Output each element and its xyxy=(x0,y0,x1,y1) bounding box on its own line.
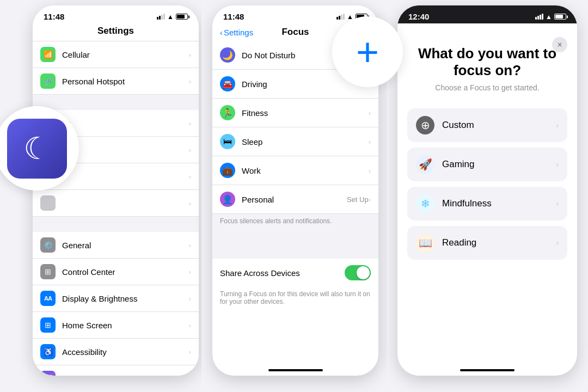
focus-item-fitness[interactable]: 🏃 Fitness › xyxy=(212,99,378,127)
share-row: Share Across Devices xyxy=(212,259,378,287)
focus-section-gap xyxy=(212,228,378,243)
chooser-status-icons: ▲ xyxy=(535,13,566,21)
personal-arrow: › xyxy=(369,195,371,204)
settings-status-bar: 11:48 ▲ xyxy=(33,5,199,23)
reading-label: Reading xyxy=(442,237,556,248)
settings-item-hotspot[interactable]: 🔗 Personal Hotspot › xyxy=(33,68,199,95)
ns-label: ns xyxy=(62,119,189,128)
chooser-battery xyxy=(554,14,566,20)
fitness-label: Fitness xyxy=(242,108,369,118)
focus-item-sleep[interactable]: 🛏 Sleep › xyxy=(212,127,378,156)
focus-subtitle: Choose a Focus to get started. xyxy=(411,83,564,92)
settings-item-control-center[interactable]: ⊞ Control Center › xyxy=(33,259,199,285)
focus-icon-bg: ☾ xyxy=(7,119,67,179)
settings-item-wallpaper[interactable]: 🖼 Wallpaper › xyxy=(33,365,199,376)
display-icon: AA xyxy=(40,291,56,306)
hotspot-icon: 🔗 xyxy=(40,74,56,89)
mindfulness-arrow: › xyxy=(556,199,559,208)
signal-bars xyxy=(157,14,165,20)
chooser-signal-bars xyxy=(535,14,543,20)
battery-icon xyxy=(176,14,188,20)
home-indicator-2 xyxy=(268,369,323,371)
focus-item-work[interactable]: 💼 Work › xyxy=(212,156,378,185)
focus-item-personal[interactable]: 👤 Personal Set Up › xyxy=(212,185,378,214)
chooser-status-bar: 12:40 ▲ xyxy=(397,5,577,23)
mindfulness-icon-symbol: ❄ xyxy=(421,197,430,210)
signal-bar-2 xyxy=(159,16,161,20)
focus-time: 11:48 xyxy=(223,12,244,21)
settings-item-display[interactable]: AA Display & Brightness › xyxy=(33,285,199,312)
hotspot-arrow: › xyxy=(189,77,191,85)
otics-label: otics xyxy=(62,145,189,155)
settings-item-accessibility[interactable]: ♿ Accessibility › xyxy=(33,339,199,365)
option-reading[interactable]: 📖 Reading › xyxy=(407,226,567,260)
share-label: Share Across Devices xyxy=(220,268,345,278)
settings-panel: 11:48 ▲ Settings 📶 Cellular xyxy=(0,0,207,392)
sleep-icon: 🛏 xyxy=(220,134,235,149)
focus-panel: 11:48 ▲ ‹ Settings Focus xyxy=(201,0,387,392)
focus-nav-title: Focus xyxy=(281,27,309,38)
focus-bar-4 xyxy=(343,14,345,20)
signal-bar-3 xyxy=(161,15,163,20)
section-gap-1 xyxy=(33,95,199,110)
mindfulness-icon: ❄ xyxy=(416,194,434,213)
share-toggle[interactable] xyxy=(345,265,371,280)
section-gap-2 xyxy=(33,217,199,232)
blank2-icon xyxy=(40,195,56,211)
close-icon: × xyxy=(558,40,562,49)
custom-label: Custom xyxy=(442,120,556,131)
settings-time: 11:48 xyxy=(44,12,64,21)
accessibility-label: Accessibility xyxy=(62,347,189,357)
chooser-bar-4 xyxy=(542,14,543,20)
chooser-wifi-icon: ▲ xyxy=(546,13,552,21)
toggle-knob xyxy=(357,266,370,279)
home-screen-icon: ⊞ xyxy=(40,317,56,333)
dnd-icon: 🌙 xyxy=(220,47,235,63)
focus-bar-1 xyxy=(336,17,338,20)
personal-icon: 👤 xyxy=(220,192,235,207)
settings-item-blank2[interactable]: › xyxy=(33,190,199,217)
settings-status-icons: ▲ xyxy=(157,13,188,21)
driving-icon: 🚘 xyxy=(220,76,235,91)
add-focus-button[interactable]: + xyxy=(332,16,403,87)
home-screen-label: Home Screen xyxy=(62,321,189,330)
personal-label: Personal xyxy=(242,195,347,204)
option-gaming[interactable]: 🚀 Gaming › xyxy=(407,148,567,181)
focus-note: Focus silences alerts and notifications. xyxy=(212,214,378,228)
control-center-icon: ⊞ xyxy=(40,264,56,279)
chooser-time: 12:40 xyxy=(408,12,429,21)
settings-item-cellular[interactable]: 📶 Cellular › xyxy=(33,41,199,68)
focus-bar-2 xyxy=(339,16,340,20)
wallpaper-icon: 🖼 xyxy=(40,371,56,376)
cellular-label: Cellular xyxy=(62,50,189,59)
focus-chooser-panel: 12:40 ▲ × What do you want to focus on? xyxy=(387,0,588,392)
signal-bar-1 xyxy=(157,17,158,20)
share-section: Share Across Devices Turning a Focus on … xyxy=(212,259,378,313)
settings-item-general[interactable]: ⚙️ General › xyxy=(33,232,199,259)
back-chevron-icon: ‹ xyxy=(220,28,223,37)
mindfulness-label: Mindfulness xyxy=(442,198,556,209)
custom-arrow: › xyxy=(556,121,559,130)
settings-item-home-screen[interactable]: ⊞ Home Screen › xyxy=(33,312,199,339)
close-button[interactable]: × xyxy=(552,37,567,52)
gaming-label: Gaming xyxy=(442,159,556,170)
option-custom[interactable]: ⊕ Custom › xyxy=(407,108,567,142)
plus-icon: + xyxy=(356,32,379,71)
reading-arrow: › xyxy=(556,238,559,247)
fitness-arrow: › xyxy=(369,109,371,117)
cellular-icon: 📶 xyxy=(40,47,56,62)
back-label: Settings xyxy=(224,28,253,37)
control-center-label: Control Center xyxy=(62,267,189,277)
chooser-battery-fill xyxy=(555,15,563,19)
focus-question: What do you want to focus on? xyxy=(411,45,564,79)
hotspot-label: Personal Hotspot xyxy=(62,77,189,86)
option-mindfulness[interactable]: ❄ Mindfulness › xyxy=(407,187,567,220)
moon-icon: ☾ xyxy=(23,131,51,166)
focus-chooser-frame: 12:40 ▲ × What do you want to focus on? xyxy=(397,5,577,376)
fitness-icon: 🏃 xyxy=(220,105,235,120)
gaming-arrow: › xyxy=(556,160,559,169)
personal-setup: Set Up xyxy=(347,195,369,204)
signal-bar-4 xyxy=(163,14,165,20)
focus-back-button[interactable]: ‹ Settings xyxy=(220,28,253,37)
sleep-label: Sleep xyxy=(242,137,369,146)
